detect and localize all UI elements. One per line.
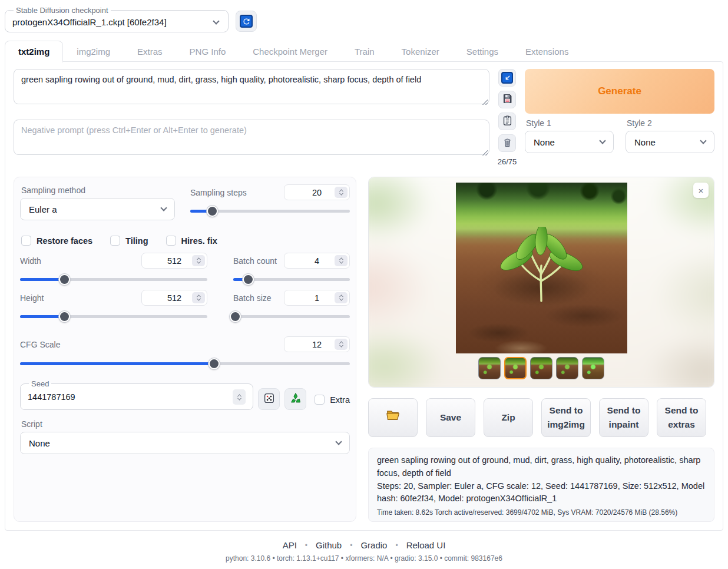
zip-button[interactable]: Zip <box>484 398 533 437</box>
footer-versions: python: 3.10.6 • torch: 1.13.1+cu117 • x… <box>5 554 723 563</box>
checkpoint-select[interactable]: Stable Diffusion checkpoint protogenX34O… <box>5 6 229 32</box>
slider-handle[interactable] <box>209 358 220 369</box>
sampling-steps-input[interactable]: 20 <box>284 184 350 200</box>
number-spinner[interactable] <box>335 339 348 350</box>
folder-icon <box>385 408 401 427</box>
clear-prompt-button[interactable] <box>498 134 516 152</box>
style1-select[interactable]: None <box>525 131 614 153</box>
trash-icon <box>502 137 513 150</box>
gallery-thumbnail-1[interactable] <box>478 357 501 379</box>
tab-tokenizer[interactable]: Tokenizer <box>388 41 453 62</box>
txt2img-panel: green sapling rowing out of ground, mud,… <box>5 61 723 531</box>
floppy-disk-icon <box>502 93 513 107</box>
checkbox-box[interactable] <box>21 236 31 246</box>
footer-link-reload-ui[interactable]: Reload UI <box>406 540 446 550</box>
sapling-illustration <box>488 227 594 303</box>
result-gallery: × <box>368 177 714 388</box>
send-to-img2img-button[interactable]: Send to img2img <box>541 398 591 437</box>
sampling-method-label: Sampling method <box>21 186 175 195</box>
checkbox-box[interactable] <box>166 236 176 246</box>
height-input[interactable]: 512 <box>141 290 207 306</box>
close-gallery-button[interactable]: × <box>693 183 709 198</box>
footer-link-api[interactable]: API <box>283 540 297 550</box>
negative-prompt-input[interactable] <box>14 120 489 155</box>
height-slider[interactable] <box>20 311 207 322</box>
checkbox-box[interactable] <box>110 236 120 246</box>
number-spinner[interactable] <box>192 255 205 266</box>
apply-style-button[interactable] <box>498 113 516 130</box>
gallery-thumbnail-4[interactable] <box>556 357 578 379</box>
gallery-thumbnail-3[interactable] <box>530 357 552 379</box>
gallery-thumbnails <box>369 357 714 379</box>
sampling-steps-slider[interactable] <box>190 206 350 216</box>
sd-webui-page: Stable Diffusion checkpoint protogenX34O… <box>0 0 728 569</box>
send-to-inpaint-button[interactable]: Send to inpaint <box>599 398 648 437</box>
tab-settings[interactable]: Settings <box>453 41 512 62</box>
number-spinner[interactable] <box>335 292 348 303</box>
generate-button[interactable]: Generate <box>525 69 714 114</box>
restore-faces-checkbox[interactable]: Restore faces <box>21 236 92 246</box>
slider-handle[interactable] <box>243 274 254 285</box>
slider-handle[interactable] <box>59 274 70 285</box>
width-slider[interactable] <box>20 274 207 284</box>
checkpoint-label: Stable Diffusion checkpoint <box>14 6 111 15</box>
generation-info: green sapling rowing out of ground, mud,… <box>368 448 714 522</box>
chevron-down-icon <box>213 18 219 24</box>
tab-img2img[interactable]: img2img <box>63 41 124 62</box>
batch-size-slider[interactable] <box>233 311 350 322</box>
refresh-checkpoint-button[interactable] <box>236 11 257 32</box>
extra-seed-checkbox[interactable]: Extra <box>315 395 350 405</box>
number-spinner[interactable] <box>335 255 348 266</box>
save-image-button[interactable]: Save <box>426 398 475 437</box>
slider-handle[interactable] <box>59 311 70 322</box>
hires-fix-checkbox[interactable]: Hires. fix <box>166 236 217 246</box>
style2-label: Style 2 <box>627 118 714 128</box>
generation-params-panel: Sampling method Euler a Sampling steps 2… <box>14 177 356 522</box>
batch-count-input[interactable]: 4 <box>284 253 350 269</box>
generated-image-preview[interactable] <box>456 183 627 353</box>
tab-txt2img[interactable]: txt2img <box>5 41 63 62</box>
number-spinner[interactable] <box>192 292 205 303</box>
tab-extras[interactable]: Extras <box>124 41 176 62</box>
cfg-scale-input[interactable]: 12 <box>284 336 350 352</box>
footer-link-github[interactable]: Github <box>316 540 342 550</box>
footer-separator: • <box>350 541 352 550</box>
save-style-button[interactable] <box>498 91 516 108</box>
info-performance: Time taken: 8.62s Torch active/reserved:… <box>377 508 706 517</box>
gallery-thumbnail-2-selected[interactable] <box>504 357 527 379</box>
width-label: Width <box>20 256 41 266</box>
gallery-thumbnail-5[interactable] <box>582 357 604 379</box>
refresh-icon <box>240 15 253 28</box>
seed-field[interactable]: Seed 1441787169 <box>20 379 253 410</box>
checkbox-box[interactable] <box>315 395 325 405</box>
cfg-scale-slider[interactable] <box>20 358 350 369</box>
info-gen-params: Steps: 20, Sampler: Euler a, CFG scale: … <box>377 480 706 506</box>
number-spinner[interactable] <box>335 187 348 198</box>
batch-count-label: Batch count <box>233 256 277 266</box>
close-icon: × <box>699 186 704 196</box>
recycle-icon <box>289 392 302 407</box>
open-folder-button[interactable] <box>368 398 418 437</box>
tab-checkpoint-merger[interactable]: Checkpoint Merger <box>239 41 341 62</box>
slider-handle[interactable] <box>230 311 241 322</box>
tab-train[interactable]: Train <box>341 41 388 62</box>
main-tabs: txt2img img2img Extras PNG Info Checkpoi… <box>5 41 723 62</box>
tiling-checkbox[interactable]: Tiling <box>110 236 148 246</box>
batch-size-input[interactable]: 1 <box>284 290 350 306</box>
info-prompt-text: green sapling rowing out of ground, mud,… <box>377 454 706 480</box>
sampling-method-select[interactable]: Euler a <box>20 198 175 220</box>
random-seed-button[interactable] <box>258 388 280 410</box>
tab-extensions[interactable]: Extensions <box>512 41 582 62</box>
slider-handle[interactable] <box>207 206 218 217</box>
send-to-extras-button[interactable]: Send to extras <box>657 398 706 437</box>
style2-select[interactable]: None <box>626 131 714 153</box>
reuse-seed-button[interactable] <box>284 388 306 410</box>
script-select[interactable]: None <box>20 432 350 454</box>
batch-count-slider[interactable] <box>233 274 350 284</box>
number-spinner[interactable] <box>233 389 246 405</box>
read-parameters-button[interactable] <box>498 69 516 87</box>
tab-png-info[interactable]: PNG Info <box>176 41 240 62</box>
footer-link-gradio[interactable]: Gradio <box>360 540 387 550</box>
prompt-input[interactable]: green sapling rowing out of ground, mud,… <box>14 69 489 104</box>
width-input[interactable]: 512 <box>141 253 207 269</box>
